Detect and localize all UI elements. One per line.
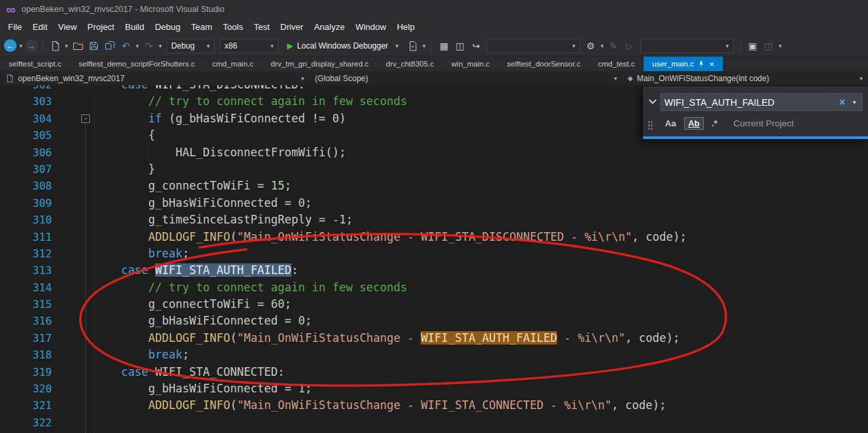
grid-icon: ▦ [440,41,449,51]
find-input[interactable]: WIFI_STA_AUTH_FAILED × ▾ [660,93,863,111]
forward-icon: → [27,41,35,51]
chevron-down-icon: ▾ [395,43,399,49]
solution-platforms-combo[interactable]: x86 ▾ [220,39,278,53]
tab-label: selftest_demo_scriptForShutters.c [79,60,195,68]
clear-search-icon[interactable]: × [835,96,850,108]
tab-drv_tm_gn_display_shared.c[interactable]: drv_tm_gn_display_shared.c [262,57,377,71]
project-dropdown[interactable]: openBeken_win32_mvsc2017 ▾ [0,71,310,85]
save-all-button[interactable] [103,39,117,53]
chevron-down-icon[interactable] [648,98,657,104]
menu-team[interactable]: Team [186,20,218,34]
options-button[interactable]: ⚙ [583,39,598,53]
tab-selftest_script.c[interactable]: selftest_script.c [0,57,70,71]
tab-selftest_doorSensor.c[interactable]: selftest_doorSensor.c [499,57,590,71]
code-line-321[interactable]: 321 ADDLOGF_INFO("Main_OnWiFiStatusChang… [0,397,868,414]
edit-button[interactable]: ✎ [606,39,621,53]
window-layout-button[interactable]: ▣ [746,39,760,53]
code-line-311[interactable]: 311 ADDLOGF_INFO("Main_OnWiFiStatusChang… [0,229,868,245]
solution-configurations-combo[interactable]: Debug ▾ [166,39,214,53]
menu-file[interactable]: File [3,20,27,34]
code-line-317[interactable]: 317 ADDLOGF_INFO("Main_OnWiFiStatusChang… [0,330,868,347]
profiler-button[interactable]: ▦ [437,39,451,53]
undo-caret[interactable]: ▾ [134,43,140,49]
navigate-back-button[interactable]: ← [4,39,17,52]
tab-cmd_main.c[interactable]: cmd_main.c [204,57,262,71]
tab-bar: selftest_script.cselftest_demo_scriptFor… [0,57,868,71]
menu-view[interactable]: View [53,20,82,34]
close-icon[interactable]: × [709,60,714,69]
pin-icon[interactable] [698,61,705,68]
search-history-caret[interactable]: ▾ [850,98,859,106]
code-line-312[interactable]: 312 break; [0,245,868,262]
options-caret[interactable]: ▾ [599,43,605,49]
start-debugging-button[interactable]: ▶ Local Windows Debugger ▾ [282,41,404,51]
code-line-318[interactable]: 318 break; [0,347,868,363]
navigate-forward-button[interactable]: → [25,39,38,52]
member-dropdown[interactable]: ◆ Main_OnWiFiStatusChange(int code) ▾ [622,71,868,85]
project-name: openBeken_win32_mvsc2017 [18,74,124,83]
redo-button[interactable]: ↷ [142,39,156,53]
save-button[interactable] [87,39,101,53]
match-case-toggle[interactable]: Aa [662,118,680,129]
menu-window[interactable]: Window [350,20,391,34]
open-file-button[interactable] [71,39,85,53]
scope-dropdown[interactable]: (Global Scope) ▾ [310,71,622,85]
chevron-down-icon: ▾ [271,43,274,49]
menu-bar: FileEditViewProjectBuildDebugTeamToolsTe… [0,19,868,35]
search-combo[interactable]: ▾ [487,39,580,53]
menu-test[interactable]: Test [248,20,275,34]
navigate-to-button[interactable]: ↪ [469,39,483,53]
chevron-down-icon: ▾ [572,43,576,49]
fold-collapse-button[interactable]: - [81,114,90,123]
code-line-319[interactable]: 319 case WIFI_STA_CONNECTED: [0,364,868,380]
menu-analyze[interactable]: Analyze [309,20,350,34]
method-icon: ◆ [628,74,633,82]
menu-build[interactable]: Build [120,20,150,34]
code-line-309[interactable]: 309 g_bHasWiFiConnected = 0; [0,195,868,212]
redo-icon: ↷ [145,41,153,51]
tab-win_main.c[interactable]: win_main.c [443,57,499,71]
code-line-314[interactable]: 314 // try to connect again in few secon… [0,279,868,296]
code-line-307[interactable]: 307 } [0,161,868,178]
menu-project[interactable]: Project [82,20,119,34]
attach-caret[interactable]: ▾ [421,43,427,49]
find-query-text: WIFI_STA_AUTH_FAILED [664,97,835,108]
undo-button[interactable]: ↶ [118,39,133,53]
code-line-313[interactable]: 313 case WIFI_STA_AUTH_FAILED: [0,262,868,279]
code-line-320[interactable]: 320 g_bHasWiFiConnected = 1; [0,380,868,397]
line-number: 307 [0,161,52,178]
undo-icon: ↶ [122,41,130,51]
regex-toggle[interactable]: .* [708,118,721,129]
code-line-316[interactable]: 316 g_bHasWiFiConnected = 0; [0,313,868,329]
code-line-315[interactable]: 315 g_connectToWiFi = 60; [0,296,868,313]
redo-caret[interactable]: ▾ [158,43,164,49]
menu-edit[interactable]: Edit [27,20,53,34]
menu-driver[interactable]: Driver [275,20,309,34]
menu-help[interactable]: Help [391,20,420,34]
tab-user_main.c[interactable]: user_main.c× [644,57,723,71]
fold-extent-line [85,124,86,433]
command-combo[interactable]: ▾ [640,39,734,53]
new-file-button[interactable] [48,39,63,53]
line-number: 313 [0,262,52,279]
whole-word-toggle[interactable]: Ab [684,117,704,130]
code-line-310[interactable]: 310 g_timeSinceLastPingReply = -1; [0,212,868,228]
new-file-caret[interactable]: ▾ [64,43,70,49]
menu-tools[interactable]: Tools [218,20,248,34]
drag-handle[interactable] [648,120,653,130]
attach-to-process-button[interactable] [405,39,420,53]
code-line-322[interactable]: 322 [0,414,868,431]
compare-files-button[interactable]: ◫ [761,39,776,53]
back-history-caret[interactable]: ▾ [18,43,24,49]
tab-drv_cht8305.c[interactable]: drv_cht8305.c [377,57,443,71]
code-line-308[interactable]: 308 g_connectToWiFi = 15; [0,178,868,194]
toolbar-overflow-button[interactable]: ▾ [777,43,783,49]
tab-selftest_demo_scriptForShutters.c[interactable]: selftest_demo_scriptForShutters.c [70,57,204,71]
tab-cmd_test.c[interactable]: cmd_test.c [589,57,644,71]
code-editor[interactable]: 302 case WIFI_STA_DISCONNECTED:303 // tr… [0,85,868,433]
menu-debug[interactable]: Debug [150,20,186,34]
start-without-debugging-button[interactable]: ▷ [622,39,637,53]
documents-button[interactable]: ◫ [453,39,467,53]
find-scope-dropdown[interactable]: Current Project [734,118,794,128]
code-line-306[interactable]: 306 HAL_DisconnectFromWifi(); [0,144,868,161]
